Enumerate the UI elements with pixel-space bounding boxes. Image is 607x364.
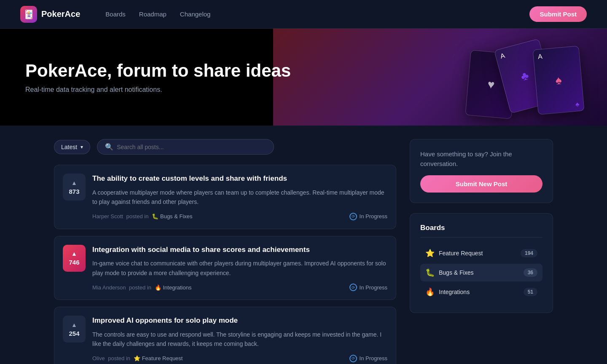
board-item-integrations[interactable]: 🔥 Integrations 51 [420,283,543,301]
post-body-2: In-game voice chat to communicate with o… [92,259,387,278]
post-body-3: The controls are easy to use and respond… [92,330,387,349]
in-progress-icon-1: ⟳ [349,213,357,220]
vote-box-1[interactable]: ▲ 873 [63,174,86,201]
board-item-feature-request[interactable]: ⭐ Feature Request 194 [420,244,543,262]
boards-section-title: Boards [420,224,543,238]
upvote-arrow-icon: ▲ [71,179,77,186]
nav-boards[interactable]: Boards [105,11,126,18]
post-card-3: ▲ 254 Improved AI opponents for solo pla… [54,307,396,364]
feature-request-count: 194 [521,249,537,257]
board-emoji-3: ⭐ [134,355,140,361]
vote-count-1: 873 [69,188,79,195]
feature-request-name: Feature Request [439,250,521,257]
nav-changelog[interactable]: Changelog [180,11,211,18]
hero-content: PokerAce, forum to share ideas Real-time… [0,61,316,94]
status-label-1: In Progress [360,213,387,219]
chevron-down-icon: ▾ [81,144,83,150]
post-meta-left-2: Mia Anderson posted in 🔥 Integrations [92,284,191,291]
hero-subtitle: Real-time data tracking and alert notifi… [25,86,291,94]
status-label-2: In Progress [360,284,387,291]
in-progress-icon-3: ⟳ [349,355,357,362]
board-item-bugs-fixes[interactable]: 🐛 Bugs & Fixes 36 [420,264,543,281]
board-name-3: Feature Request [142,355,183,361]
boards-section: Boards ⭐ Feature Request 194 🐛 Bugs & Fi… [410,213,553,313]
post-action-3: posted in [107,355,132,361]
upvote-arrow-icon-2: ▲ [71,250,77,257]
submit-new-post-button[interactable]: Submit New Post [420,175,543,193]
integrations-name: Integrations [439,289,524,295]
board-tag-2[interactable]: 🔥 Integrations [155,284,192,291]
navbar: 🃏 PokerAce Boards Roadmap Changelog Subm… [0,0,607,29]
upvote-arrow-icon-3: ▲ [71,321,77,328]
main-container: Latest ▾ 🔍 ▲ 873 The ability to create c… [34,126,573,364]
status-badge-3: ⟳ In Progress [349,355,387,362]
post-title-3[interactable]: Improved AI opponents for solo play mode [92,316,387,326]
post-meta-1: Harper Scott posted in 🐛 Bugs & Fixes ⟳ … [92,213,387,220]
vote-box-2[interactable]: ▲ 746 [63,245,86,272]
sort-dropdown[interactable]: Latest ▾ [54,140,90,154]
post-meta-left-3: Olive posted in ⭐ Feature Request [92,355,183,361]
search-icon: 🔍 [105,143,113,151]
board-name-1: Bugs & Fixes [160,213,193,219]
cta-box: Have something to say? Join the conversa… [410,139,553,203]
search-box: 🔍 [97,139,274,155]
status-badge-1: ⟳ In Progress [349,213,387,220]
posts-column: Latest ▾ 🔍 ▲ 873 The ability to create c… [54,139,396,364]
nav-roadmap[interactable]: Roadmap [139,11,167,18]
logo-icon: 🃏 [20,6,37,23]
integrations-count: 51 [524,288,537,296]
post-author-3: Olive [92,355,105,361]
post-body-1: A cooperative multiplayer mode where pla… [92,188,387,207]
post-action-1: posted in [125,213,150,219]
cta-text: Have something to say? Join the conversa… [420,150,543,169]
vote-count-2: 746 [69,259,79,266]
post-content-3: Improved AI opponents for solo play mode… [92,316,387,362]
integrations-emoji: 🔥 [425,287,435,297]
bugs-fixes-name: Bugs & Fixes [439,269,524,276]
bugs-fixes-emoji: 🐛 [425,268,435,277]
post-meta-left-1: Harper Scott posted in 🐛 Bugs & Fixes [92,213,193,219]
hero-section: PokerAce, forum to share ideas Real-time… [0,29,607,126]
logo-text: PokerAce [41,9,80,19]
feature-request-emoji: ⭐ [425,249,435,258]
hero-title: PokerAce, forum to share ideas [25,61,291,81]
nav-links: Boards Roadmap Changelog [105,11,210,18]
post-action-2: posted in [128,284,153,291]
post-content-1: The ability to create custom levels and … [92,174,387,220]
status-label-3: In Progress [360,355,387,361]
vote-box-3[interactable]: ▲ 254 [63,316,86,343]
sort-label: Latest [61,144,77,150]
in-progress-icon-2: ⟳ [349,284,357,291]
hero-cards-decoration: ♥ ♣ A ♠ A ♣ [388,33,582,126]
bugs-fixes-count: 36 [524,268,537,277]
board-emoji-1: 🐛 [152,213,158,219]
post-meta-3: Olive posted in ⭐ Feature Request ⟳ In P… [92,355,387,362]
filters-row: Latest ▾ 🔍 [54,139,396,155]
post-title-1[interactable]: The ability to create custom levels and … [92,174,387,184]
search-input[interactable] [117,144,266,150]
post-title-2[interactable]: Integration with social media to share s… [92,245,387,255]
submit-post-button[interactable]: Submit Post [529,6,587,22]
status-badge-2: ⟳ In Progress [349,284,387,291]
playing-card-1: ♠ A ♣ [532,46,584,115]
post-author-1: Harper Scott [92,213,123,219]
board-name-2: Integrations [163,284,192,291]
board-emoji-2: 🔥 [155,284,161,291]
post-author-2: Mia Anderson [92,284,126,291]
post-card: ▲ 873 The ability to create custom level… [54,165,396,229]
vote-count-3: 254 [69,330,79,337]
post-card-2: ▲ 746 Integration with social media to s… [54,236,396,300]
board-tag-3[interactable]: ⭐ Feature Request [134,355,183,361]
board-tag-1[interactable]: 🐛 Bugs & Fixes [152,213,193,219]
logo-link[interactable]: 🃏 PokerAce [20,6,80,23]
post-content-2: Integration with social media to share s… [92,245,387,292]
post-meta-2: Mia Anderson posted in 🔥 Integrations ⟳ … [92,284,387,291]
sidebar: Have something to say? Join the conversa… [410,139,553,364]
